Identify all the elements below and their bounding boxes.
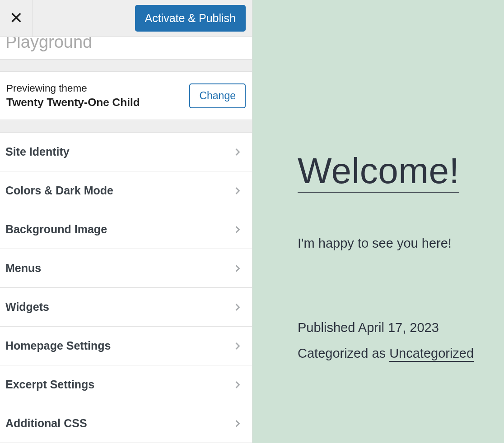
menu-item-site-identity[interactable]: Site Identity: [0, 133, 252, 171]
menu-item-background-image[interactable]: Background Image: [0, 210, 252, 249]
published-label: Published: [298, 320, 355, 335]
close-icon: [10, 11, 23, 26]
chevron-right-icon: [233, 186, 242, 195]
theme-name: Twenty Twenty-One Child: [6, 96, 140, 109]
theme-text: Previewing theme Twenty Twenty-One Child: [6, 83, 140, 109]
categorized-label: Categorized as: [298, 346, 386, 360]
chevron-right-icon: [233, 341, 242, 351]
published-date: April 17, 2023: [358, 320, 439, 335]
post-title-link[interactable]: Welcome!: [298, 151, 459, 193]
menu-item-colors-dark-mode[interactable]: Colors & Dark Mode: [0, 171, 252, 210]
category-link[interactable]: Uncategorized: [389, 346, 474, 362]
customizer-sidebar: Activate & Publish Playground Previewing…: [0, 0, 252, 443]
change-theme-button[interactable]: Change: [189, 83, 246, 108]
menu-item-label: Menus: [5, 262, 41, 275]
categorized-line: Categorized as Uncategorized: [298, 341, 504, 366]
theme-info-row: Previewing theme Twenty Twenty-One Child…: [0, 72, 252, 120]
published-line: Published April 17, 2023: [298, 315, 504, 341]
menu-item-menus[interactable]: Menus: [0, 249, 252, 288]
chevron-right-icon: [233, 148, 242, 157]
close-button[interactable]: [0, 0, 33, 37]
chevron-right-icon: [233, 303, 242, 312]
menu-item-excerpt-settings[interactable]: Excerpt Settings: [0, 365, 252, 404]
post-meta: Published April 17, 2023 Categorized as …: [298, 315, 504, 366]
menu-item-label: Widgets: [5, 300, 49, 314]
divider: [0, 120, 252, 133]
menu-item-label: Background Image: [5, 223, 107, 236]
menu-item-label: Colors & Dark Mode: [5, 184, 113, 197]
site-name-label: Playground: [5, 37, 247, 47]
menu-iten-label: Additional CSS: [5, 417, 87, 430]
site-name-block: Playground: [0, 37, 252, 60]
menu-item-widgets[interactable]: Widgets: [0, 288, 252, 327]
menu-item-label: Excerpt Settings: [5, 378, 94, 391]
chevron-right-icon: [233, 380, 242, 389]
preview-content: Welcome! I'm happy to see you here! Publ…: [298, 151, 504, 366]
divider: [0, 60, 252, 72]
customizer-menu-list: Site Identity Colors & Dark Mode Backgro…: [0, 133, 252, 443]
menu-item-additional-css[interactable]: Additional CSS: [0, 404, 252, 443]
previewing-label: Previewing theme: [6, 83, 140, 94]
menu-item-label: Homepage Settings: [5, 339, 111, 352]
preview-pane: Welcome! I'm happy to see you here! Publ…: [252, 0, 504, 443]
activate-publish-button[interactable]: Activate & Publish: [135, 5, 246, 32]
chevron-right-icon: [233, 225, 242, 234]
post-body: I'm happy to see you here!: [298, 236, 504, 251]
chevron-right-icon: [233, 264, 242, 273]
menu-item-homepage-settings[interactable]: Homepage Settings: [0, 327, 252, 365]
sidebar-header: Activate & Publish: [0, 0, 252, 37]
menu-item-label: Site Identity: [5, 145, 70, 158]
chevron-right-icon: [233, 419, 242, 428]
